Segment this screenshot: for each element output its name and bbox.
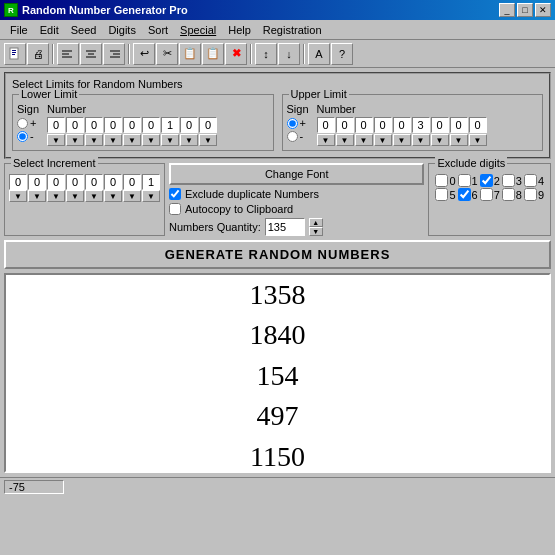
upper-btn-4[interactable]: ▼ [393,134,411,146]
lower-btn-0[interactable]: ▼ [47,134,65,146]
inc-btn-3[interactable]: ▼ [66,190,84,202]
increment-label: Select Increment [11,157,98,169]
output-area[interactable]: 135818401544971150-971003 [4,273,551,473]
lower-btn-6[interactable]: ▼ [161,134,179,146]
lower-btn-8[interactable]: ▼ [199,134,217,146]
lower-minus-radio[interactable]: - [17,130,39,142]
close-button[interactable]: ✕ [535,3,551,17]
generate-button[interactable]: GENERATE RANDOM NUMBERS [4,240,551,269]
exclude-0: 0 [435,174,455,187]
exclude-duplicate-label: Exclude duplicate Numbers [185,188,319,200]
lower-d3: 0 [104,117,122,133]
toolbar-paste[interactable]: 📋 [202,43,224,65]
upper-limit-group: Upper Limit Sign + - Num [282,94,544,151]
toolbar-align-left[interactable] [57,43,79,65]
upper-number-group: Number 0 0 0 0 0 3 0 0 0 [317,103,487,146]
quantity-spinner-up[interactable]: ▲ [309,218,323,227]
toolbar-cut[interactable]: ✂ [156,43,178,65]
lower-btn-5[interactable]: ▼ [142,134,160,146]
window-title: Random Number Generator Pro [22,4,188,16]
toolbar-sort-asc[interactable]: ↕ [255,43,277,65]
upper-btn-1[interactable]: ▼ [336,134,354,146]
title-controls[interactable]: _ □ ✕ [499,3,551,17]
upper-plus-radio-input[interactable] [287,118,298,129]
toolbar-undo[interactable]: ↩ [133,43,155,65]
increment-section: Select Increment 0 0 0 0 0 0 0 1 ▼ ▼ ▼ ▼ [4,163,165,236]
toolbar-print[interactable]: 🖨 [27,43,49,65]
upper-btn-7[interactable]: ▼ [450,134,468,146]
inc-btn-2[interactable]: ▼ [47,190,65,202]
exclude-duplicate-checkbox[interactable] [169,188,181,200]
upper-btn-2[interactable]: ▼ [355,134,373,146]
exclude-6-cb[interactable] [458,188,471,201]
upper-minus-radio-input[interactable] [287,131,298,142]
upper-minus-radio[interactable]: - [287,130,309,142]
menu-sort[interactable]: Sort [142,22,174,38]
output-number: 154 [6,356,549,396]
exclude-4: 4 [524,174,544,187]
lower-plus-radio[interactable]: + [17,117,39,129]
toolbar-align-right[interactable] [103,43,125,65]
lower-btn-7[interactable]: ▼ [180,134,198,146]
upper-btn-6[interactable]: ▼ [431,134,449,146]
upper-limit-label: Upper Limit [289,88,349,100]
exclude-2-cb[interactable] [480,174,493,187]
inc-btn-0[interactable]: ▼ [9,190,27,202]
title-bar: R Random Number Generator Pro _ □ ✕ [0,0,555,20]
inc-d1: 0 [28,174,46,190]
lower-minus-radio-input[interactable] [17,131,28,142]
exclude-3: 3 [502,174,522,187]
menu-special[interactable]: Special [174,22,222,38]
inc-btn-4[interactable]: ▼ [85,190,103,202]
toolbar-sep3 [250,44,252,64]
menu-edit[interactable]: Edit [34,22,65,38]
exclude-3-cb[interactable] [502,174,515,187]
lower-btn-2[interactable]: ▼ [85,134,103,146]
quantity-spinner-down[interactable]: ▼ [309,227,323,236]
toolbar-copy[interactable]: 📋 [179,43,201,65]
inc-btn-1[interactable]: ▼ [28,190,46,202]
exclude-0-cb[interactable] [435,174,448,187]
exclude-8-cb[interactable] [502,188,515,201]
menu-registration[interactable]: Registration [257,22,328,38]
toolbar-new[interactable] [4,43,26,65]
change-font-button[interactable]: Change Font [169,163,424,185]
toolbar-delete[interactable]: ✖ [225,43,247,65]
lower-d1: 0 [66,117,84,133]
menu-help[interactable]: Help [222,22,257,38]
exclude-7-cb[interactable] [480,188,493,201]
lower-btn-4[interactable]: ▼ [123,134,141,146]
toolbar-sort-desc[interactable]: ↓ [278,43,300,65]
autocopy-checkbox[interactable] [169,203,181,215]
upper-btn-0[interactable]: ▼ [317,134,335,146]
upper-btn-5[interactable]: ▼ [412,134,430,146]
upper-plus-radio[interactable]: + [287,117,309,129]
exclude-1-cb[interactable] [458,174,471,187]
menu-file[interactable]: File [4,22,34,38]
maximize-button[interactable]: □ [517,3,533,17]
lower-plus-radio-input[interactable] [17,118,28,129]
exclude-4-cb[interactable] [524,174,537,187]
inc-d0: 0 [9,174,27,190]
upper-btn-8[interactable]: ▼ [469,134,487,146]
lower-btn-3[interactable]: ▼ [104,134,122,146]
inc-btn-6[interactable]: ▼ [123,190,141,202]
toolbar-align-center[interactable] [80,43,102,65]
output-number: 1358 [6,275,549,315]
inc-btn-5[interactable]: ▼ [104,190,122,202]
menu-seed[interactable]: Seed [65,22,103,38]
center-controls: Change Font Exclude duplicate Numbers Au… [169,163,424,236]
menu-digits[interactable]: Digits [102,22,142,38]
upper-btn-3[interactable]: ▼ [374,134,392,146]
upper-d2: 0 [355,117,373,133]
toolbar-font[interactable]: A [308,43,330,65]
toolbar-help[interactable]: ? [331,43,353,65]
exclude-5-cb[interactable] [435,188,448,201]
exclude-9-cb[interactable] [524,188,537,201]
inc-d6: 0 [123,174,141,190]
quantity-input[interactable] [265,218,305,236]
lower-btn-1[interactable]: ▼ [66,134,84,146]
minimize-button[interactable]: _ [499,3,515,17]
inc-btn-7[interactable]: ▼ [142,190,160,202]
upper-d1: 0 [336,117,354,133]
